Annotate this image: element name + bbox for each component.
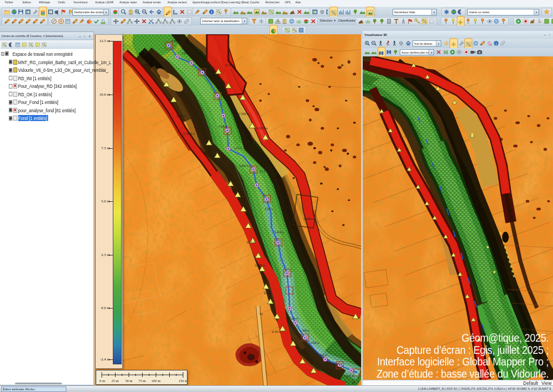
- svg-text:99: 99: [352, 381, 356, 384]
- svg-text:1.399 m: 1.399 m: [300, 330, 310, 332]
- svg-text:11.8 m: 11.8 m: [264, 292, 272, 295]
- svg-text:3.952 m: 3.952 m: [182, 52, 191, 55]
- svg-text:11.6079 m: 11.6079 m: [256, 127, 268, 130]
- svg-text:4.907 m: 4.907 m: [172, 40, 181, 43]
- svg-text:3.17 m: 3.17 m: [265, 208, 273, 211]
- svg-text:100 m: 100 m: [152, 379, 160, 383]
- svg-text:2.919 m: 2.919 m: [310, 342, 320, 344]
- svg-text:1.23 m: 1.23 m: [234, 147, 242, 150]
- svg-text:11.303 m: 11.303 m: [176, 115, 187, 118]
- svg-text:11.5193 m: 11.5193 m: [183, 133, 195, 135]
- svg-text:3.413 m: 3.413 m: [275, 231, 284, 234]
- svg-text:11.75 m: 11.75 m: [225, 64, 234, 67]
- svg-text:1.294 m: 1.294 m: [318, 354, 327, 357]
- svg-text:150 m: 150 m: [179, 379, 187, 383]
- svg-text:3.994 m: 3.994 m: [239, 165, 249, 168]
- svg-text:11.7206 m: 11.7206 m: [237, 113, 249, 116]
- svg-text:1.607 m: 1.607 m: [333, 363, 343, 365]
- svg-text:0 m: 0 m: [100, 379, 105, 383]
- svg-text:7m: 7m: [259, 313, 263, 316]
- svg-text:11.71 m: 11.71 m: [247, 241, 255, 244]
- svg-text:1.624 m: 1.624 m: [345, 375, 354, 378]
- svg-text:3.7 m: 3.7 m: [259, 170, 266, 173]
- svg-text:4.435 m: 4.435 m: [218, 126, 228, 128]
- svg-text:11.46 m: 11.46 m: [272, 331, 280, 333]
- svg-text:2.114 m: 2.114 m: [289, 317, 298, 320]
- svg-text:2.9908 m: 2.9908 m: [304, 218, 314, 221]
- svg-text:5.06 m: 5.06 m: [207, 66, 215, 69]
- svg-text:11.968 m: 11.968 m: [255, 264, 265, 267]
- svg-text:50 m: 50 m: [125, 379, 132, 383]
- svg-text:25 m: 25 m: [111, 379, 118, 383]
- svg-text:75 m: 75 m: [138, 379, 145, 383]
